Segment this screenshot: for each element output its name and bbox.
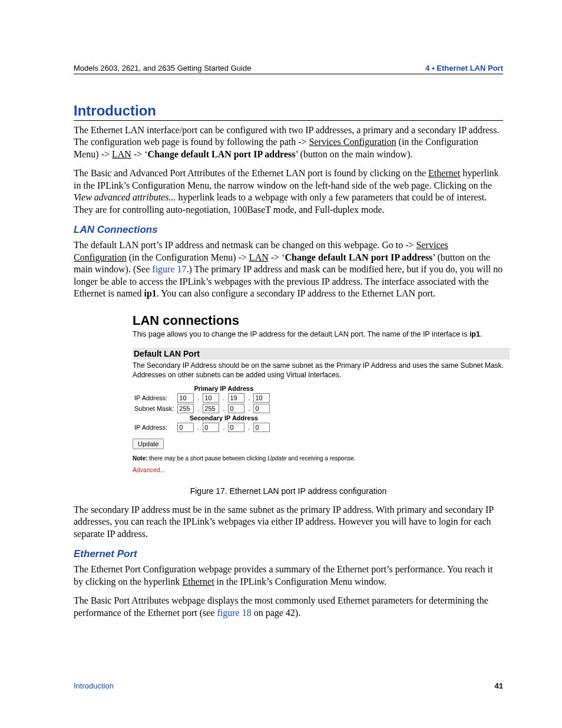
primary-mask-octet-2[interactable]: 255 [203,404,219,413]
primary-ip-octet-4[interactable]: 10 [253,393,270,403]
text: and receiving a response. [286,455,355,462]
text: there may be a short pause between click… [148,455,267,462]
intro-paragraph-1: The Ethernet LAN interface/port can be c… [74,124,503,160]
heading-lan-connections: LAN Connections [74,224,503,236]
page-footer: Introduction 41 [74,681,503,690]
secondary-ip-octet-3[interactable]: 0 [228,423,244,432]
panel-heading-default-lan-port: Default LAN Port [133,348,510,360]
row-primary-ip: IP Address: 10. 10. 19. 10 [133,393,272,403]
link-lan[interactable]: LAN [112,149,131,159]
link-ethernet[interactable]: Ethernet [182,577,214,587]
footer-page-number: 41 [495,681,503,690]
text: . [480,330,482,338]
link-services-configuration[interactable]: Services Configuration [309,137,396,147]
figure-note: Note: there may be a short pause between… [133,455,510,462]
update-button[interactable]: Update [133,439,164,449]
advanced-link[interactable]: Advanced... [133,466,165,473]
link-figure-17[interactable]: figure 17 [152,264,186,274]
text: The default LAN port’s IP address and ne… [74,240,416,250]
lan-paragraph: The default LAN port’s IP address and ne… [74,239,503,299]
figure-17-caption: Figure 17. Ethernet LAN port IP address … [74,486,503,496]
link-lan[interactable]: LAN [249,252,269,262]
runhead-right: 4 • Ethernet LAN Port [425,64,503,73]
text: . You can also configure a secondary IP … [157,288,435,298]
primary-ip-octet-1[interactable]: 10 [177,393,194,403]
group-primary-ip: Primary IP Address [176,384,272,393]
text: -> ‘ [131,149,148,159]
row-secondary-ip: IP Address: 0. 0. 0. 0 [133,422,272,433]
runhead-left: Models 2603, 2621, and 2635 Getting Star… [74,64,251,73]
bold-ip1: ip1 [144,288,157,298]
group-secondary-ip: Secondary IP Address [176,414,272,422]
heading-ethernet-port: Ethernet Port [74,548,503,560]
note-label: Note: [133,455,148,462]
primary-ip-octet-3[interactable]: 19 [228,393,244,403]
secondary-ip-octet-2[interactable]: 0 [203,423,219,432]
intro-paragraph-2: The Basic and Advanced Port Attributes o… [74,167,503,216]
secondary-ip-octet-1[interactable]: 0 [177,423,194,432]
figure-title: LAN connections [133,313,510,328]
primary-mask-octet-3[interactable]: 0 [228,404,244,413]
link-figure-18[interactable]: figure 18 [217,608,251,618]
text: in the IPLink’s Configuration Menu windo… [214,577,387,587]
italic-view-advanced: View advanced attributes... [74,192,176,202]
primary-mask-octet-4[interactable]: 0 [253,404,270,413]
ethernet-paragraph-2: The Basic Port Attributes webpage displa… [74,595,503,619]
label-ip-address: IP Address: [133,422,176,433]
running-header: Models 2603, 2621, and 2635 Getting Star… [74,64,503,74]
figure-description: This page allows you to change the IP ad… [133,330,510,340]
primary-ip-octet-2[interactable]: 10 [203,393,219,403]
bold-ip1: ip1 [470,330,480,338]
text: on page 42). [252,608,301,618]
label-subnet-mask: Subnet Mask: [133,403,176,414]
text: ’ (button on the main window). [295,149,412,159]
text: This page allows you to change the IP ad… [133,330,470,338]
text: -> ‘ [269,252,285,262]
bold-change-default: Change default LAN port IP address [285,252,432,262]
row-primary-mask: Subnet Mask: 255. 255. 0. 0 [133,403,272,414]
bold-change-default: Change default LAN port IP address [148,149,296,159]
label-ip-address: IP Address: [133,393,176,403]
ethernet-paragraph-1: The Ethernet Port Configuration webpage … [74,564,503,588]
secondary-ip-octet-4[interactable]: 0 [253,423,270,432]
link-ethernet[interactable]: Ethernet [428,168,460,178]
heading-introduction: Introduction [74,103,503,121]
text: (in the Configuration Menu) -> [127,252,249,262]
figure-17: LAN connections This page allows you to … [133,313,510,475]
text: The Basic and Advanced Port Attributes o… [74,168,428,178]
note-italic-update: Update [267,455,286,462]
primary-mask-octet-1[interactable]: 255 [177,404,194,413]
panel-note: The Secondary IP Address should be on th… [133,361,510,380]
footer-section: Introduction [74,681,114,690]
ip-address-grid: Primary IP Address IP Address: 10. 10. 1… [133,384,272,433]
after-figure-paragraph: The secondary IP address must be in the … [74,504,503,540]
